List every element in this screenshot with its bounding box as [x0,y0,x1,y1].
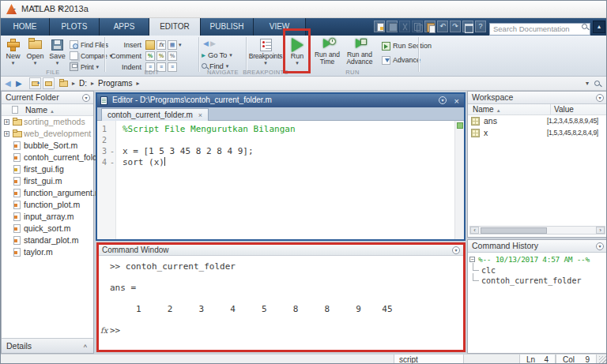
comment-icon[interactable]: % [145,51,155,61]
file-row[interactable]: taylor.m [2,246,93,258]
redo-icon[interactable]: ↷ [450,21,461,32]
undo-icon[interactable]: ↶ [437,21,448,32]
code-line[interactable]: 2 [97,135,454,146]
run-and-advance-button[interactable]: Run and Advance [341,36,378,66]
tab-close-icon[interactable]: × [198,111,202,119]
search-icon[interactable] [582,24,587,29]
expand-icon[interactable]: + [4,119,9,125]
open-dropdown-icon: ▾ [25,60,46,66]
file-row[interactable]: + sorting_methods [2,116,93,128]
find-files-button[interactable]: Find Files [70,39,108,50]
workspace-row[interactable]: x [1,5,3,45,8,2,8,4,9] [468,127,607,139]
editor-close-icon[interactable]: × [454,95,459,107]
tab-editor[interactable]: EDITOR [149,18,201,36]
address-search-icon[interactable] [594,81,600,86]
resize-grip[interactable] [599,356,607,364]
print-button[interactable]: Print ▾ [70,62,99,72]
cut-icon[interactable] [399,21,410,32]
file-row[interactable]: bubble_Sort.m [2,140,93,152]
editor-file-tab[interactable]: contoh_current_folder.m × [101,108,209,121]
compare-icon [70,51,78,60]
indent-row[interactable]: Indent ≡ ≡ ≡ [108,62,177,72]
breadcrumb-folder[interactable]: Programs [98,79,132,88]
wrap-comment-icon[interactable]: % [168,51,177,61]
expand-icon[interactable]: + [4,131,9,137]
file-row[interactable]: function_argument.m [2,187,93,199]
file-row[interactable]: first_gui.fig [2,163,93,175]
breadcrumb-drive[interactable]: D: [79,79,87,88]
breakpoints-button[interactable]: Breakpoints ▾ [248,37,283,69]
history-item[interactable]: contoh_current_folder [468,276,607,286]
save-icon[interactable] [386,21,398,32]
panel-menu-icon[interactable]: ▾ [452,246,460,254]
scroll-right-icon[interactable]: › [596,227,605,234]
file-row[interactable]: first_gui.m [2,175,93,187]
history-back-icon[interactable]: ◀ [5,79,11,88]
search-documentation-input[interactable] [489,23,590,36]
advance-button[interactable]: Advance [382,54,420,66]
paste-icon[interactable] [424,21,435,32]
command-window-output[interactable]: >> contoh_current_folder ans = 1 2 3 4 5… [99,256,463,336]
uncomment-icon[interactable]: % [156,51,166,61]
comment-row[interactable]: Comment % % % [108,51,177,61]
insert-row[interactable]: Insert fx ▦ ▾ [108,39,182,50]
insert-section-icon[interactable] [145,40,155,50]
scrollbar-thumb[interactable] [481,227,547,234]
save-button[interactable]: Save ▾ [47,37,68,69]
file-row[interactable]: standar_plot.m [2,235,93,246]
find-files-icon [70,40,78,49]
workspace-row[interactable]: ans [1,2,3,4,5,8,8,9,45] [468,115,607,127]
forward-icon[interactable]: ▶ [210,39,216,47]
workspace-horizontal-scrollbar[interactable]: ‹ › [469,226,605,235]
address-dropdown-icon[interactable]: ▾ [586,80,589,87]
copy-icon[interactable] [412,21,423,32]
help-icon[interactable]: ? [475,21,486,32]
open-button[interactable]: Open ▾ [25,37,46,69]
scroll-left-icon[interactable]: ‹ [470,227,479,234]
back-icon[interactable]: ◀ [203,39,209,47]
panel-menu-icon[interactable]: ▾ [596,94,604,102]
section-divider [418,37,420,72]
editor-title-bar[interactable]: Editor - D:\Programs\contoh_current_fold… [97,94,464,107]
run-highlight-annotation [283,28,311,73]
panel-menu-icon[interactable]: ▾ [596,242,604,250]
insert-image-icon[interactable]: ▦ [168,40,177,50]
tab-apps[interactable]: APPS [100,18,149,36]
panel-menu-icon[interactable]: ▾ [82,94,90,102]
file-row[interactable]: contoh_current_folde... [2,152,93,163]
browse-folder-button[interactable] [43,77,55,89]
new-script-icon[interactable] [374,21,385,32]
minimize-ribbon-button[interactable]: ▴ [593,21,605,33]
tab-home[interactable]: HOME [1,18,50,36]
run-section-button[interactable]: Run Section [382,40,432,51]
command-prompt[interactable]: fx >> [99,325,463,336]
switch-window-icon[interactable] [462,21,473,32]
collapse-tree-icon[interactable]: − [469,257,475,262]
history-item[interactable]: clc [468,265,607,276]
file-row[interactable]: + web_development [2,128,93,140]
tab-publish[interactable]: PUBLISH [201,18,254,36]
run-and-time-button[interactable]: Run and Time [311,36,343,66]
file-row[interactable]: function_plot.m [2,199,93,211]
tab-plots[interactable]: PLOTS [50,18,100,36]
workspace-column-header[interactable]: Name▲ Value [468,104,607,115]
editor-menu-icon[interactable]: ▾ [439,96,447,104]
folder-up-button[interactable]: ▴ [29,77,41,89]
code-line[interactable]: 1 %Script File Mengurutkan Bilangan [97,124,454,135]
find-icon [202,63,207,69]
history-session-row[interactable]: − %-- 10/13/2017 4:57 AM --% [468,255,607,265]
code-area[interactable]: 1 %Script File Mengurutkan Bilangan 2 3 … [97,121,464,239]
file-row[interactable]: quick_sort.m [2,223,93,235]
code-line[interactable]: 4 - sort (x) [97,157,454,168]
insert-function-icon[interactable]: fx [156,40,166,50]
indent-left-icon[interactable]: ≡ [168,62,177,72]
file-row[interactable]: input_array.m [2,211,93,223]
goto-button[interactable]: ▸ Go To ▾ [202,50,232,60]
collapse-details-icon[interactable]: ^ [84,340,87,355]
editor-scrollbar[interactable] [454,121,464,239]
history-forward-icon[interactable]: ▶ [16,79,22,88]
code-line[interactable]: 3 - x = [1 5 3 45 8 2 8 4 9]; [97,146,454,157]
current-folder-column-header[interactable]: Name▲ [2,104,93,116]
new-button[interactable]: New ▾ [2,37,24,69]
details-bar[interactable]: Details ^ [2,338,93,353]
